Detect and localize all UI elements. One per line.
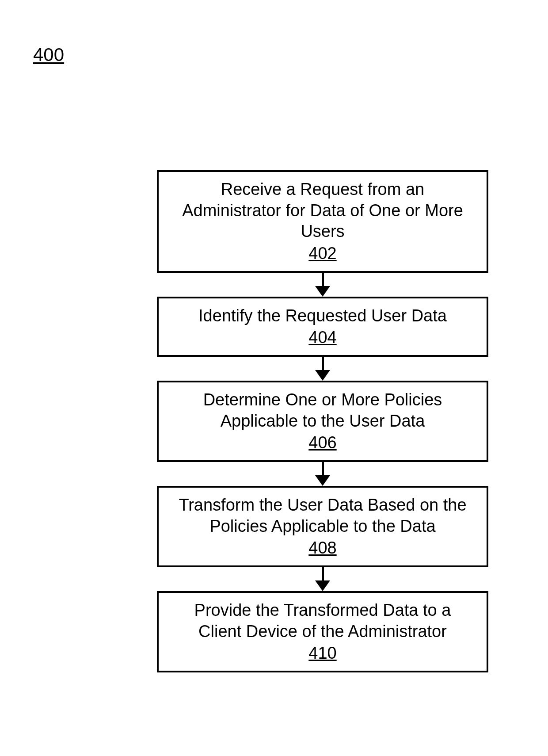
step-box-410: Provide the Transformed Data to a Client… [157, 591, 488, 672]
step-ref: 402 [308, 244, 336, 263]
flowchart: Receive a Request from an Administrator … [157, 170, 488, 672]
step-ref: 408 [308, 538, 336, 557]
step-ref: 406 [308, 433, 336, 452]
step-ref: 410 [308, 644, 336, 663]
step-box-404: Identify the Requested User Data 404 [157, 297, 488, 357]
arrow-down-icon [315, 462, 330, 486]
step-label: Transform the User Data Based on the Pol… [172, 495, 473, 537]
step-box-406: Determine One or More Policies Applicabl… [157, 381, 488, 462]
arrow-down-icon [315, 273, 330, 297]
arrow-down-icon [315, 357, 330, 381]
step-label: Receive a Request from an Administrator … [172, 179, 473, 242]
step-box-402: Receive a Request from an Administrator … [157, 170, 488, 273]
step-box-408: Transform the User Data Based on the Pol… [157, 486, 488, 567]
figure-number: 400 [33, 44, 64, 65]
step-ref: 404 [308, 328, 336, 347]
step-label: Provide the Transformed Data to a Client… [172, 600, 473, 642]
step-label: Determine One or More Policies Applicabl… [172, 389, 473, 431]
arrow-down-icon [315, 567, 330, 591]
step-label: Identify the Requested User Data [172, 305, 473, 327]
